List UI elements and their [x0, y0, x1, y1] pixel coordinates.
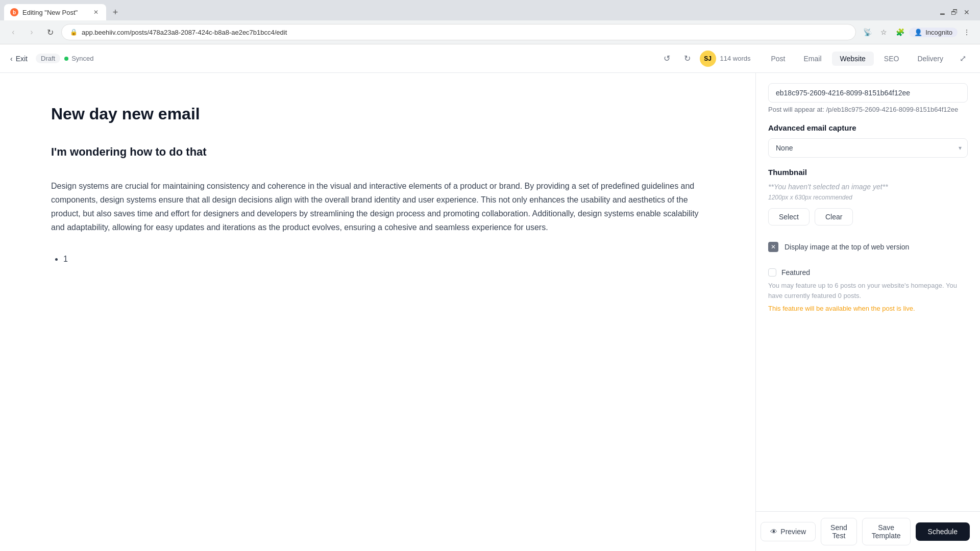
featured-checkbox[interactable]: [768, 268, 776, 277]
back-icon: ‹: [10, 55, 13, 63]
main-content: New day new email I'm wondering how to d…: [0, 73, 980, 551]
browser-chrome: b Editing "New Post" ✕ + 🗕 🗗 ✕ ‹ › ↻ 🔒 a…: [0, 0, 980, 44]
profile-icon: 👤: [914, 29, 922, 36]
top-bar: ‹ Exit Draft Synced ↺ ↻ SJ 114 words Pos…: [0, 44, 980, 73]
panel-content: eb18c975-2609-4216-8099-8151b64f12ee Pos…: [756, 73, 980, 511]
browser-toolbar: ‹ › ↻ 🔒 app.beehiiv.com/posts/478a23a8-2…: [0, 20, 980, 44]
featured-header: Featured: [768, 268, 968, 277]
tab-bar: b Editing "New Post" ✕ + 🗕 🗗 ✕: [0, 0, 980, 20]
refresh-button[interactable]: ↻: [43, 25, 57, 39]
select-image-button[interactable]: Select: [768, 208, 810, 226]
bullet-list: 1: [51, 255, 704, 264]
right-panel: eb18c975-2609-4216-8099-8151b64f12ee Pos…: [755, 73, 980, 551]
post-subtitle: I'm wondering how to do that: [51, 145, 704, 159]
menu-icon[interactable]: ⋮: [960, 25, 974, 39]
status-group: Draft Synced: [36, 54, 94, 63]
preview-button[interactable]: 👁 Preview: [761, 522, 816, 541]
draft-badge: Draft: [36, 54, 60, 63]
featured-label: Featured: [781, 268, 810, 277]
tab-email[interactable]: Email: [796, 52, 830, 66]
preview-icon: 👁: [770, 528, 777, 536]
save-template-button[interactable]: Save Template: [862, 518, 911, 545]
tab-website[interactable]: Website: [832, 52, 874, 66]
top-bar-actions: ↺ ↻ SJ 114 words Post Email Website SEO: [659, 51, 970, 67]
bookmark-icon[interactable]: ☆: [876, 25, 891, 39]
featured-live-warning: This feature will be available when the …: [768, 305, 968, 312]
schedule-button[interactable]: Schedule: [916, 522, 970, 541]
synced-label: Synced: [71, 55, 93, 62]
forward-button[interactable]: ›: [24, 25, 39, 39]
advanced-email-capture-field: Advanced email capture None ▾: [768, 123, 968, 158]
cast-icon[interactable]: 📡: [860, 25, 874, 39]
extension-icon[interactable]: 🧩: [893, 25, 907, 39]
back-button[interactable]: ‹: [6, 25, 20, 39]
editor-area[interactable]: New day new email I'm wondering how to d…: [0, 73, 755, 551]
expand-button[interactable]: ⤢: [955, 52, 970, 66]
post-appear-text: Post will appear at: /p/eb18c975-2609-42…: [768, 106, 968, 113]
synced-dot: [64, 57, 68, 61]
advanced-email-capture-label: Advanced email capture: [768, 123, 968, 132]
preview-label: Preview: [780, 528, 806, 536]
close-tab-button[interactable]: ✕: [92, 8, 100, 16]
tab-post[interactable]: Post: [763, 52, 793, 66]
send-test-button[interactable]: Send Test: [821, 518, 857, 545]
address-bar[interactable]: 🔒 app.beehiiv.com/posts/478a23a8-2087-42…: [61, 24, 856, 40]
list-item: 1: [63, 255, 704, 264]
synced-indicator: Synced: [64, 55, 93, 62]
app-container: ‹ Exit Draft Synced ↺ ↻ SJ 114 words Pos…: [0, 44, 980, 551]
new-tab-button[interactable]: +: [108, 5, 122, 19]
undo-button[interactable]: ↺: [659, 51, 675, 67]
tab-seo[interactable]: SEO: [876, 52, 908, 66]
restore-button[interactable]: 🗗: [949, 7, 960, 17]
avatar-text: SJ: [704, 55, 712, 62]
display-image-toggle-row: ✕ Display image at the top of web versio…: [768, 236, 968, 258]
email-capture-select-wrapper: None ▾: [768, 138, 968, 158]
exit-label: Exit: [16, 55, 28, 63]
featured-description: You may feature up to 6 posts on your we…: [768, 281, 968, 300]
thumbnail-size-hint: 1200px x 630px recommended: [768, 194, 968, 201]
redo-button[interactable]: ↻: [679, 51, 696, 67]
close-window-button[interactable]: ✕: [962, 7, 972, 17]
thumbnail-actions: Select Clear: [768, 208, 968, 226]
tab-delivery[interactable]: Delivery: [909, 52, 951, 66]
bottom-bar: 👁 Preview Send Test Save Template Schedu…: [756, 511, 980, 551]
thumbnail-label: Thumbnail: [768, 168, 968, 177]
url-text: app.beehiiv.com/posts/478a23a8-2087-424c…: [82, 29, 287, 36]
toggle-x-button[interactable]: ✕: [768, 242, 778, 252]
minimize-button[interactable]: 🗕: [937, 7, 947, 17]
avatar-button[interactable]: SJ: [700, 51, 716, 67]
email-capture-select[interactable]: None: [768, 138, 968, 158]
post-title: New day new email: [51, 104, 704, 125]
tab-title: Editing "New Post": [22, 9, 78, 16]
profile-label: Incognito: [925, 29, 952, 36]
featured-section: Featured You may feature up to 6 posts o…: [768, 268, 968, 312]
profile-button[interactable]: 👤 Incognito: [909, 28, 958, 37]
toolbar-icons: 📡 ☆ 🧩 👤 Incognito ⋮: [860, 25, 974, 39]
window-controls: 🗕 🗗 ✕: [937, 7, 976, 17]
post-body: Design systems are crucial for maintaini…: [51, 179, 704, 235]
browser-tab-active[interactable]: b Editing "New Post" ✕: [4, 4, 106, 20]
slug-field: eb18c975-2609-4216-8099-8151b64f12ee Pos…: [768, 83, 968, 113]
slug-input[interactable]: eb18c975-2609-4216-8099-8151b64f12ee: [768, 83, 968, 103]
tab-navigation: Post Email Website SEO Delivery: [763, 52, 951, 66]
thumbnail-placeholder-text: **You haven't selected an image yet**: [768, 183, 968, 191]
clear-image-button[interactable]: Clear: [815, 208, 853, 226]
lock-icon: 🔒: [70, 29, 78, 36]
favicon: b: [10, 8, 18, 16]
word-count: 114 words: [720, 55, 751, 62]
thumbnail-section: Thumbnail **You haven't selected an imag…: [768, 168, 968, 226]
exit-button[interactable]: ‹ Exit: [10, 55, 28, 63]
display-image-label: Display image at the top of web version: [785, 243, 909, 251]
